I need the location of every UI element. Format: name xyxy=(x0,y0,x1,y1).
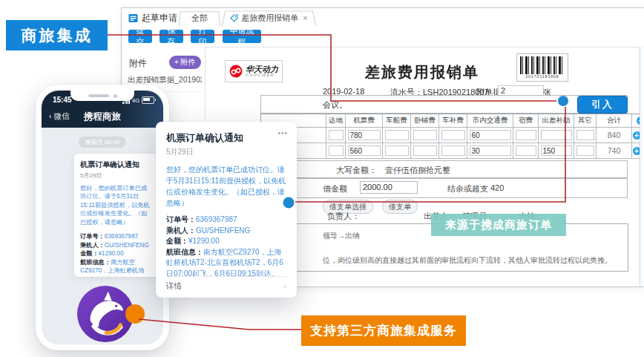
amount-input[interactable] xyxy=(576,145,594,156)
dest-cell xyxy=(326,143,346,159)
amount-input[interactable] xyxy=(441,145,465,156)
loan-slip-button[interactable]: 借支单 xyxy=(382,200,418,214)
tab-all-label: 全部 xyxy=(191,13,208,24)
popup-title: 机票订单确认通知 xyxy=(166,131,286,145)
scrollbar[interactable] xyxy=(640,47,644,286)
message-date: 5月29日 xyxy=(80,171,153,180)
popup-details-link[interactable]: 详情 › xyxy=(166,276,286,292)
amount-cell xyxy=(574,143,597,159)
field-row: 乘机人：GU/SHENFENG xyxy=(80,241,153,249)
amount-input[interactable]: 780 xyxy=(348,130,381,140)
owner-label: 负责人： xyxy=(327,211,360,222)
field-label: 金额： xyxy=(166,237,188,245)
loan-amount-input[interactable]: 2000.00 xyxy=(360,181,418,194)
amount-cell xyxy=(439,143,467,159)
chat-timestamp: 星期五 08:45 xyxy=(79,137,126,148)
field-value: ¥1290.00 xyxy=(188,237,220,245)
amount-cell xyxy=(411,143,439,159)
field-row: 订单号：6369367987 xyxy=(80,232,153,240)
loan-label: 借金额 xyxy=(323,183,347,194)
barcode-bars xyxy=(520,56,565,74)
amount-input[interactable] xyxy=(441,130,465,140)
phone-nav-title: 携程商旅 xyxy=(42,111,163,123)
phone-notch xyxy=(70,89,134,101)
popup-fields: 订单号：6369367987乘机人：GU/SHENFENG金额：¥1290.00… xyxy=(166,214,286,279)
tab-all[interactable]: 全部 xyxy=(179,10,220,26)
cnpower-infinity-icon xyxy=(229,65,243,78)
field-label: 订单号： xyxy=(80,233,105,240)
tab-bar: 起草申请 全部 差旅费用报销单 × xyxy=(122,8,644,27)
draft-form-icon xyxy=(128,13,138,23)
amount-input[interactable] xyxy=(576,130,594,140)
column-header: 市内交通费 xyxy=(467,114,513,128)
canvas: { "annotations": { "integration": "商旅集成"… xyxy=(0,0,644,357)
column-header: 达地 xyxy=(326,114,346,128)
attachment-title: 附件 xyxy=(129,57,147,70)
import-button[interactable]: 引入 xyxy=(577,96,628,114)
message-fields: 订单号：6369367987乘机人：GU/SHENFENG金额：¥1290.00… xyxy=(80,232,153,277)
reason-row xyxy=(260,95,628,114)
add-attachment-button[interactable]: + 附件 xyxy=(169,56,201,69)
field-value: GU/SHENFENG xyxy=(196,226,250,235)
message-title: 机票订单确认通知 xyxy=(80,160,153,170)
amount-input[interactable]: 560 xyxy=(348,145,381,156)
battery-icon xyxy=(142,96,154,104)
tag-icon xyxy=(230,14,238,22)
amount-input[interactable] xyxy=(541,130,572,140)
nav-draft-application[interactable]: 起草申请 xyxy=(128,12,177,24)
barcode-number: 201701180808 xyxy=(520,74,565,79)
amount-input[interactable] xyxy=(413,145,437,156)
vendor-subname: CNPOWER xyxy=(246,73,278,78)
field-row: 金额：¥1290.00 xyxy=(80,249,153,258)
tab-doc-label: 差旅费用报销单 xyxy=(241,13,298,24)
print-button[interactable]: 打印 xyxy=(191,30,214,43)
notification-dot xyxy=(125,304,145,324)
more-menu-icon[interactable]: ••• xyxy=(277,129,288,137)
column-header: 机票费 xyxy=(346,114,383,128)
speaker-icon xyxy=(88,94,109,97)
column-header: 车补费 xyxy=(439,114,467,128)
caps-label: 大写金额： xyxy=(336,166,377,174)
amount-input[interactable] xyxy=(516,130,536,140)
amount-input[interactable]: 30 xyxy=(470,145,511,156)
reason-text: 会议。 xyxy=(323,99,347,111)
submit-button[interactable]: 提交 xyxy=(128,30,152,43)
ticket-popup-card: 机票订单确认通知 ••• 5月29日 您好，您的机票订单已成功订位。请于5月31… xyxy=(156,122,297,298)
field-value: 6369367987 xyxy=(196,215,237,223)
barcode: 201701180808 xyxy=(516,53,568,82)
amount-input[interactable] xyxy=(516,145,536,156)
approval-line2: 位，岗位级别高的直接越过其前面的审批流程向下流转，其他人审批流转过程以此类推。 xyxy=(323,255,612,266)
field-row: 乘机人：GU/SHENFENG xyxy=(166,226,286,237)
amount-cell: 780 xyxy=(346,128,383,143)
amount-input[interactable]: 60 xyxy=(470,130,511,140)
amount-input[interactable] xyxy=(385,145,409,156)
row-total-cell: 740 xyxy=(597,143,632,159)
balance-label: 结余或超支 xyxy=(447,183,488,194)
column-header: 车船费 xyxy=(383,114,411,128)
caps-value: 壹仟伍佰捌拾元整 xyxy=(385,166,450,174)
tab-expense-doc[interactable]: 差旅费用报销单 × xyxy=(222,10,316,26)
phone-message-card[interactable]: 机票订单确认通知 5月29日 您好，您的机票订单已成功订位。请于5月31日15:… xyxy=(74,154,159,277)
amount-cell xyxy=(513,128,539,143)
caps-amount: 大写金额： 壹仟伍佰捌拾元整 xyxy=(336,165,450,176)
column-header: 宿费 xyxy=(513,114,539,128)
tab-close-icon[interactable]: × xyxy=(303,13,307,22)
amount-cell: 60 xyxy=(467,128,513,143)
amount-input[interactable] xyxy=(413,130,437,140)
loan-row xyxy=(260,178,628,198)
apply-flow-button[interactable]: 申请流程 xyxy=(223,30,261,43)
amount-cell: 30 xyxy=(467,143,513,159)
amount-cell xyxy=(383,128,411,143)
field-label: 乘机人： xyxy=(80,242,105,249)
integration-label: 商旅集成 xyxy=(6,20,108,50)
dest-input[interactable] xyxy=(329,130,344,140)
amount-input[interactable] xyxy=(385,130,409,140)
field-label: 金额： xyxy=(80,250,99,257)
amount-input[interactable]: 150 xyxy=(541,145,572,156)
dest-input[interactable] xyxy=(329,145,344,156)
vendor-logo: 华天动力 CNPOWER xyxy=(225,60,283,82)
field-row: 金额：¥1290.00 xyxy=(166,236,286,247)
approval-line1: 领导→出纳 xyxy=(323,231,360,241)
field-value: ¥1290.00 xyxy=(99,250,124,257)
save-button[interactable]: 保存 xyxy=(160,30,183,43)
